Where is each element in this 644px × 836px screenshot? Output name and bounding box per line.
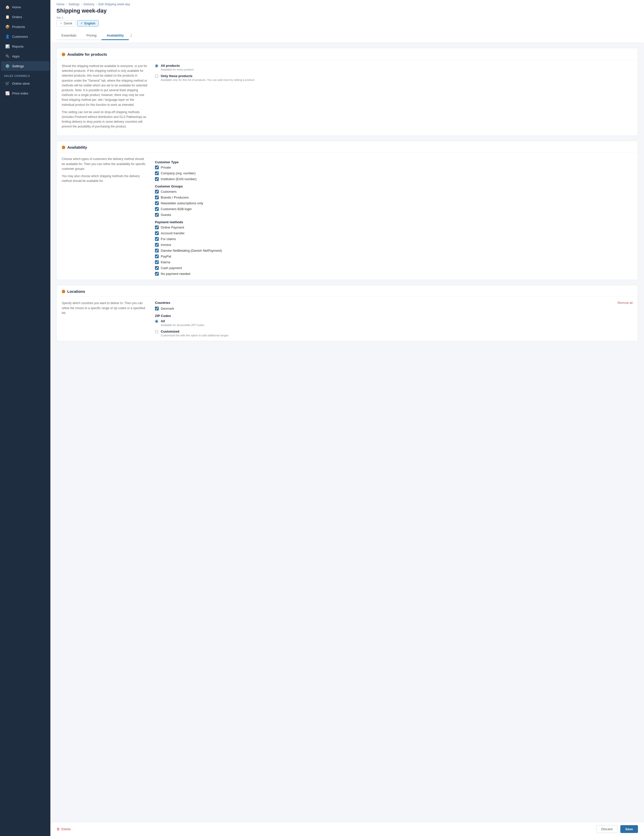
sidebar-item-online-store[interactable]: 🛒Online store xyxy=(1,78,49,88)
checkbox-label: Customers xyxy=(161,190,177,194)
availability-header: Availability xyxy=(57,141,638,153)
sales-channels-label: SALES CHANNELS xyxy=(0,71,51,78)
customer-type-label: Customer Type xyxy=(155,160,633,164)
checkbox-invoice[interactable] xyxy=(155,243,159,247)
products-icon: 📦 xyxy=(5,24,10,29)
sidebar-item-reports[interactable]: 📊Reports xyxy=(1,42,49,51)
locations-body: Specify which countries you want to deli… xyxy=(57,297,638,341)
breadcrumb: Home›Settings›Delivery›Edit Shipping wee… xyxy=(56,3,638,6)
zip-sub: Available for all possible ZIP Codes. xyxy=(161,323,205,327)
breadcrumb-separator: › xyxy=(81,3,82,6)
breadcrumb-item[interactable]: Edit Shipping week-day xyxy=(98,3,130,6)
breadcrumb-separator: › xyxy=(96,3,97,6)
radio-customized-zip[interactable] xyxy=(155,330,158,333)
desc-p2: This setting can not be used on drop-off… xyxy=(62,110,147,129)
checkbox-item-danske-net: Danske NetBetaling (Danish NetPayment) xyxy=(155,249,633,253)
sidebar-label: Settings xyxy=(12,64,24,68)
radio-all-zip[interactable] xyxy=(155,320,158,323)
sidebar: 🏠Home📋Orders📦Products👤Customers📊Reports🔌… xyxy=(0,0,51,836)
breadcrumb-item[interactable]: Delivery xyxy=(83,3,94,6)
save-button[interactable]: Save xyxy=(620,825,638,833)
radio-label-group: All Available for all possible ZIP Codes… xyxy=(161,319,205,327)
checkbox-item-private: Private xyxy=(155,165,633,169)
checkbox-company[interactable] xyxy=(155,171,159,175)
orders-icon: 📋 xyxy=(5,15,10,19)
sidebar-label: Reports xyxy=(12,45,24,48)
sidebar-item-price-index[interactable]: 📈Price index xyxy=(1,88,49,98)
checkbox-klarna[interactable] xyxy=(155,260,159,264)
nav-tab-essentials[interactable]: Essentials xyxy=(56,31,82,40)
checkbox-label: Customers B2B-login xyxy=(161,207,192,211)
sidebar-item-products[interactable]: 📦Products xyxy=(1,22,49,31)
checkbox-item-no-payment: No payment needed xyxy=(155,272,633,276)
checkbox-denmark[interactable] xyxy=(155,307,159,310)
checkbox-no-payment[interactable] xyxy=(155,272,159,276)
checkbox-for-claims[interactable] xyxy=(155,237,159,241)
apps-icon: 🔌 xyxy=(5,54,10,59)
checkbox-label: No payment needed xyxy=(161,272,190,276)
breadcrumb-item[interactable]: Home xyxy=(56,3,64,6)
locations-section: Locations Specify which countries you wa… xyxy=(56,285,638,341)
sidebar-label: Apps xyxy=(12,54,20,58)
radio-item-all-products: All products Available for every product xyxy=(155,64,633,71)
radio-label-group: Customized Customized list with the opti… xyxy=(161,330,229,337)
radio-only-these[interactable] xyxy=(155,75,158,78)
available-for-products-title: Available for products xyxy=(67,52,107,56)
checkbox-account-transfer[interactable] xyxy=(155,231,159,235)
remove-all-button[interactable]: Remove all xyxy=(618,301,633,305)
checkbox-brands[interactable] xyxy=(155,196,159,199)
nav-tabs: EssentialsPricingAvailability xyxy=(56,31,129,40)
locations-options: Countries Remove all Denmark ZIP Codes A… xyxy=(155,301,633,337)
checkbox-paypal[interactable] xyxy=(155,255,159,258)
checkbox-customers[interactable] xyxy=(155,190,159,194)
checkbox-guests[interactable] xyxy=(155,213,159,217)
checkbox-label: Brands / Producers xyxy=(161,196,189,199)
checkbox-label: Guests xyxy=(161,213,171,217)
delete-button[interactable]: 🗑 Delete xyxy=(56,827,71,831)
discard-button[interactable]: Discard xyxy=(596,825,618,833)
reports-icon: 📊 xyxy=(5,44,10,49)
checkbox-online-payment[interactable] xyxy=(155,225,159,229)
checkbox-item-online-payment: Online Payment xyxy=(155,225,633,229)
content-area: Available for products Should the shippi… xyxy=(51,43,644,822)
sidebar-item-settings[interactable]: ⚙️Settings xyxy=(1,61,49,71)
nav-tab-pricing[interactable]: Pricing xyxy=(82,31,101,40)
sidebar-item-home[interactable]: 🏠Home xyxy=(1,2,49,12)
payment-methods-label: Payment methods xyxy=(155,220,633,224)
lang-tab-dansk[interactable]: ✓Dansk xyxy=(56,20,75,26)
home-icon: 🏠 xyxy=(5,5,10,9)
check-icon: ✓ xyxy=(60,21,62,25)
checkbox-item-account-transfer: Account transfer xyxy=(155,231,633,235)
checkbox-item-for-claims: For claims xyxy=(155,237,633,241)
radio-label-group: All products Available for every product xyxy=(161,64,193,71)
checkbox-cash[interactable] xyxy=(155,266,159,270)
checkbox-label: Institution (EAN number) xyxy=(161,177,196,181)
radio-label: All xyxy=(161,319,205,323)
zip-codes-label: ZIP Codes xyxy=(155,314,633,318)
checkbox-danske-net[interactable] xyxy=(155,249,159,253)
checkbox-institution[interactable] xyxy=(155,177,159,181)
radio-all-products[interactable] xyxy=(155,64,158,67)
sidebar-item-orders[interactable]: 📋Orders xyxy=(1,12,49,22)
sidebar-label: Home xyxy=(12,5,21,9)
sidebar-item-apps[interactable]: 🔌Apps xyxy=(1,51,49,61)
radio-sub: Available only for this list of products… xyxy=(161,78,255,82)
available-for-products-options: All products Available for every product… xyxy=(155,64,633,132)
availability-body: Choose which types of customers the deli… xyxy=(57,153,638,280)
breadcrumb-item[interactable]: Settings xyxy=(69,3,79,6)
checkbox-label: Private xyxy=(161,165,171,169)
nav-tab-availability[interactable]: Availability xyxy=(101,31,129,40)
lang-label: English xyxy=(84,22,95,25)
checkbox-b2b[interactable] xyxy=(155,207,159,211)
countries-label: Countries xyxy=(155,301,170,305)
checkbox-private[interactable] xyxy=(155,165,159,169)
trash-icon: 🗑 xyxy=(56,827,60,831)
checkbox-item-denmark: Denmark xyxy=(155,307,633,310)
checkbox-newsletter[interactable] xyxy=(155,201,159,205)
check-icon: ✓ xyxy=(80,21,83,25)
sidebar-item-customers[interactable]: 👤Customers xyxy=(1,32,49,41)
customers-icon: 👤 xyxy=(5,34,10,39)
checkbox-item-institution: Institution (EAN number) xyxy=(155,177,633,181)
customer-groups-label: Customer Groups xyxy=(155,185,633,188)
lang-tab-english[interactable]: ✓English xyxy=(77,20,98,26)
